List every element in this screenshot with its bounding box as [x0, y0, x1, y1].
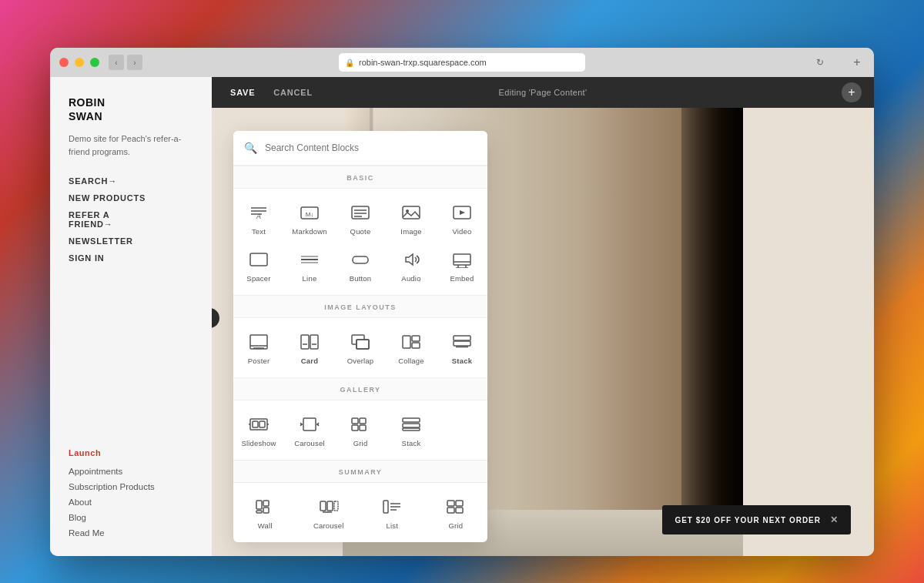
svg-rect-59 [256, 501, 262, 509]
svg-rect-41 [253, 421, 258, 427]
svg-rect-71 [447, 501, 454, 506]
block-video[interactable]: Video [437, 195, 487, 242]
collage-icon [400, 332, 423, 352]
svg-rect-61 [263, 508, 269, 513]
minimize-button[interactable] [75, 58, 84, 67]
block-overlap[interactable]: Overlap [335, 324, 386, 371]
svg-rect-67 [383, 501, 388, 513]
reload-button[interactable]: ↻ [812, 55, 828, 70]
svg-rect-56 [403, 418, 420, 422]
maximize-button[interactable] [90, 58, 99, 67]
block-spacer-label: Spacer [246, 274, 270, 283]
block-carousel[interactable]: Carousel [284, 407, 335, 454]
block-quote-label: Quote [350, 227, 371, 236]
svg-rect-65 [334, 501, 338, 511]
svg-rect-74 [456, 508, 463, 513]
block-spacer[interactable]: Spacer [233, 242, 284, 289]
carousel-icon [298, 414, 321, 434]
list-icon [380, 497, 403, 517]
blocks-search-input[interactable] [265, 142, 477, 153]
block-card[interactable]: Card [284, 324, 335, 371]
sidebar: ROBIN SWAN Demo site for Peach's refer-a… [50, 77, 212, 556]
svg-rect-42 [259, 421, 265, 427]
sidebar-sub-links: Appointments Subscription Products About… [69, 467, 193, 538]
block-wall[interactable]: Wall [233, 489, 297, 536]
block-button[interactable]: Button [335, 242, 386, 289]
close-button[interactable] [59, 58, 69, 67]
gallery-blocks-grid: Slideshow [233, 400, 487, 460]
titlebar: ‹ › 🔒 robin-swan-trxp.squarespace.com ↻ … [50, 48, 874, 77]
cms-editing-title: Editing 'Page Content' [499, 88, 588, 97]
sidebar-item-new-products[interactable]: NEW PRODUCTS [69, 193, 193, 203]
card-icon [298, 332, 321, 352]
audio-icon [400, 250, 423, 270]
sidebar-item-sign-in[interactable]: SIGN IN [69, 253, 193, 263]
block-line[interactable]: Line [284, 242, 335, 289]
button-icon [349, 250, 372, 270]
svg-rect-35 [412, 336, 420, 341]
block-stack[interactable]: Stack [437, 324, 487, 371]
block-text[interactable]: A Text [233, 195, 284, 242]
svg-rect-53 [360, 418, 366, 424]
block-collage-label: Collage [398, 357, 424, 365]
block-grid-summary[interactable]: Grid [424, 489, 488, 536]
embed-icon [450, 250, 474, 270]
main-window: SAVE CANCEL Editing 'Page Content' + [212, 77, 874, 556]
block-grid[interactable]: Grid [335, 407, 386, 454]
svg-rect-28 [310, 335, 318, 349]
cms-toolbar: SAVE CANCEL Editing 'Page Content' + [212, 77, 874, 108]
svg-rect-24 [250, 335, 267, 349]
sidebar-item-search[interactable]: SEARCH→ [69, 176, 193, 186]
sidebar-item-read-me[interactable]: Read Me [69, 528, 193, 538]
svg-rect-10 [403, 206, 420, 219]
image-layouts-blocks-grid: Poster [233, 318, 487, 377]
block-carousel-label: Carousel [294, 439, 325, 447]
sidebar-item-newsletter[interactable]: NEWSLETTER [69, 236, 193, 246]
sidebar-item-about[interactable]: About [69, 498, 193, 507]
cms-add-button[interactable]: + [842, 82, 862, 102]
back-button[interactable]: ‹ [109, 55, 124, 70]
block-stack-gallery[interactable]: Stack [386, 407, 437, 454]
sidebar-item-blog[interactable]: Blog [69, 513, 193, 522]
block-collage[interactable]: Collage [386, 324, 437, 371]
svg-rect-63 [320, 501, 326, 511]
block-markdown[interactable]: M↓ Markdown [284, 195, 335, 242]
new-tab-button[interactable]: + [849, 55, 865, 70]
cms-save-button[interactable]: SAVE [224, 85, 261, 100]
svg-rect-45 [303, 418, 316, 431]
block-button-label: Button [350, 274, 372, 283]
sidebar-item-refer[interactable]: REFER AFRIEND→ [69, 210, 193, 229]
block-quote[interactable]: Quote [335, 195, 386, 242]
block-list[interactable]: List [360, 489, 424, 536]
sidebar-item-appointments[interactable]: Appointments [69, 467, 193, 476]
wall-icon [253, 497, 276, 517]
promo-banner: GET $20 OFF YOUR NEXT ORDER ✕ [662, 505, 851, 534]
section-basic-header: BASIC [233, 166, 487, 189]
svg-rect-57 [403, 424, 420, 427]
svg-rect-54 [352, 425, 358, 431]
sidebar-item-subscription[interactable]: Subscription Products [69, 482, 193, 491]
promo-text: GET $20 OFF YOUR NEXT ORDER [675, 516, 821, 524]
site-title: ROBIN SWAN [69, 95, 193, 123]
block-image[interactable]: Image [386, 195, 437, 242]
svg-rect-72 [456, 501, 463, 506]
block-embed[interactable]: Embed [437, 242, 487, 289]
promo-close-button[interactable]: ✕ [830, 514, 839, 525]
svg-text:M↓: M↓ [306, 211, 314, 218]
carousel-s-icon [317, 497, 340, 517]
overlap-icon [349, 332, 372, 352]
block-poster-label: Poster [248, 357, 270, 365]
svg-rect-73 [447, 508, 454, 513]
block-poster[interactable]: Poster [233, 324, 284, 371]
forward-button[interactable]: › [127, 55, 142, 70]
svg-rect-34 [403, 336, 410, 348]
svg-rect-32 [357, 340, 369, 349]
address-bar[interactable]: 🔒 robin-swan-trxp.squarespace.com [339, 53, 585, 72]
block-slideshow[interactable]: Slideshow [233, 407, 284, 454]
cms-cancel-button[interactable]: CANCEL [267, 85, 319, 100]
svg-rect-38 [454, 341, 470, 346]
block-carousel-summary[interactable]: Carousel [297, 489, 361, 536]
block-audio[interactable]: Audio [386, 242, 437, 289]
text-icon: A [247, 203, 270, 223]
block-card-label: Card [301, 357, 318, 365]
